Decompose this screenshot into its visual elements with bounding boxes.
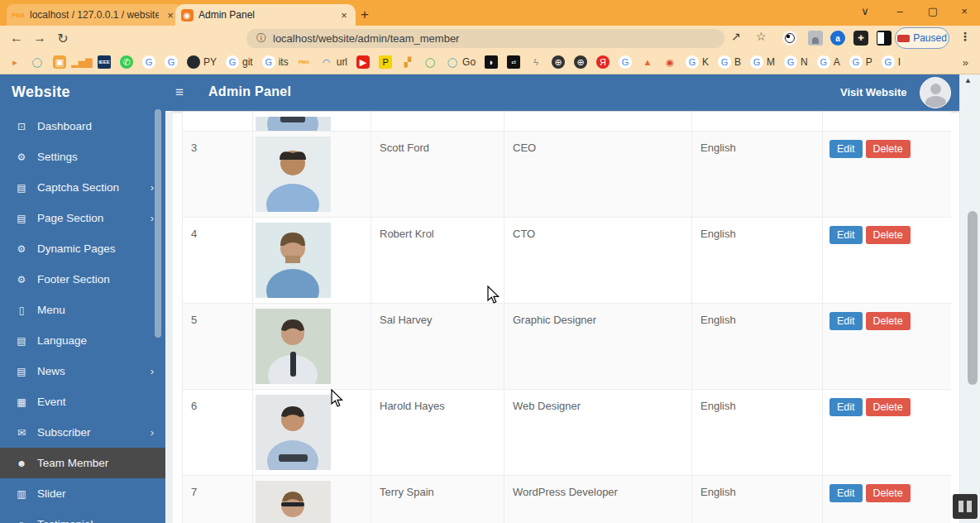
back-icon[interactable]: ← <box>5 31 28 46</box>
delete-button[interactable]: Delete <box>866 312 911 330</box>
wifi-icon: ◠ <box>320 55 333 69</box>
panda-extension-icon[interactable] <box>782 31 797 46</box>
forward-icon[interactable]: → <box>28 31 51 46</box>
a-extension-icon[interactable]: a <box>830 31 845 46</box>
sidebar-item-language[interactable]: ▤Language <box>0 325 165 356</box>
address-bar[interactable]: ⓘ localhost/website/admin/team_member <box>246 29 724 48</box>
sidebar-item-settings[interactable]: ⚙Settings <box>0 142 165 172</box>
reload-icon[interactable]: ↻ <box>51 31 74 46</box>
craigslist-icon[interactable]: cl <box>507 55 520 69</box>
youtube-icon[interactable]: ▶ <box>356 55 370 69</box>
movie-camera-icon[interactable]: ▞ <box>401 55 414 69</box>
pointer-icon[interactable]: ▸ <box>8 55 22 69</box>
sidebar-item-dashboard[interactable]: ⊡Dashboard <box>0 111 165 142</box>
comment-icon: ✉ <box>11 427 32 439</box>
delete-button[interactable]: Delete <box>866 226 911 244</box>
sidebar-scrollbar[interactable] <box>155 109 161 338</box>
edit-button[interactable]: Edit <box>829 226 863 244</box>
sidebar-item-dynamic-pages[interactable]: ⚙Dynamic Pages <box>0 233 165 264</box>
google-icon[interactable]: GP <box>849 55 872 69</box>
google-icon[interactable]: G <box>165 55 178 69</box>
tab-admin-panel[interactable]: ◉ Admin Panel × <box>175 4 356 26</box>
globe-icon[interactable]: ⊕ <box>574 55 587 69</box>
person-extension-icon[interactable] <box>808 31 823 46</box>
edit-button[interactable]: Edit <box>829 484 863 502</box>
sidebar-item-news[interactable]: ▤News› <box>0 356 165 386</box>
site-info-icon[interactable]: ⓘ <box>256 31 266 46</box>
profile-icon[interactable] <box>877 31 892 46</box>
globe-icon[interactable]: ⊕ <box>552 55 565 69</box>
sidebar-item-testimonial[interactable]: ☺Testimonial <box>0 509 165 523</box>
page-scrollbar-thumb[interactable] <box>968 211 978 385</box>
sidebar-item-page-section[interactable]: ▤Page Section› <box>0 203 165 233</box>
sidebar-item-menu[interactable]: ▯Menu <box>0 295 165 325</box>
phpmyadmin-icon[interactable]: PMA <box>298 55 311 69</box>
tab-phpmyadmin[interactable]: PMA localhost / 127.0.0.1 / website / t … <box>7 4 182 26</box>
google-icon[interactable]: G <box>142 55 155 69</box>
sidebar-item-team-member[interactable]: ☻Team Member <box>0 448 165 478</box>
sidebar-item-label: Dynamic Pages <box>37 242 116 255</box>
sidebar-item-label: Team Member <box>37 457 108 469</box>
user-avatar[interactable] <box>920 77 951 108</box>
wifi-icon[interactable]: ◠url <box>320 55 347 69</box>
bookmarks-overflow-icon[interactable]: » <box>963 56 968 69</box>
edit-button[interactable]: Edit <box>829 398 863 416</box>
google-icon[interactable]: GK <box>686 55 709 69</box>
browser-menu-kebab-icon[interactable]: ⋮ <box>959 30 971 43</box>
delete-button[interactable]: Delete <box>866 140 911 158</box>
scroll-up-arrow-icon[interactable]: ▲ <box>964 76 972 84</box>
godaddy-icon[interactable]: ◯Go <box>446 55 476 69</box>
google-icon[interactable]: Gits <box>262 55 289 69</box>
sidebar-item-event[interactable]: ▦Event <box>0 386 165 417</box>
google-icon[interactable]: GA <box>817 55 840 69</box>
edit-button[interactable]: Edit <box>829 312 863 330</box>
sidebar-item-slider[interactable]: ▥Slider <box>0 478 165 509</box>
window-chevron-icon[interactable]: ∨ <box>857 5 873 17</box>
matlab-icon[interactable]: ▲ <box>641 55 654 69</box>
bird-icon[interactable]: ◗ <box>485 55 498 69</box>
delete-button[interactable]: Delete <box>866 484 911 502</box>
pause-overlay-button[interactable] <box>953 494 978 519</box>
member-name: Sal Harvey <box>371 304 504 389</box>
extensions-puzzle-icon[interactable]: ✚ <box>853 31 868 46</box>
google-icon[interactable]: GI <box>882 55 901 69</box>
analytics-icon[interactable]: ▂▅▇ <box>75 55 88 69</box>
camera-icon[interactable]: ▣ <box>53 55 66 69</box>
swirl-icon: ◯ <box>31 55 44 69</box>
content-gutter <box>165 111 173 523</box>
yandex-icon[interactable]: Я <box>596 55 610 69</box>
bookmark-label: url <box>337 56 347 68</box>
share-icon[interactable]: ↗ <box>731 30 741 43</box>
google-icon[interactable]: GM <box>750 55 775 69</box>
sidebar-item-captcha-section[interactable]: ▤Captcha Section› <box>0 172 165 203</box>
paused-extension-button[interactable]: Paused <box>895 27 949 49</box>
hamburger-menu-icon[interactable]: ≡ <box>175 84 184 101</box>
p-icon[interactable]: P <box>379 55 392 69</box>
edit-button[interactable]: Edit <box>829 140 863 158</box>
window-restore-icon[interactable]: ▢ <box>925 5 941 17</box>
close-tab-icon[interactable]: × <box>337 9 351 22</box>
google-icon[interactable]: GB <box>718 55 741 69</box>
bookmark-label: K <box>702 56 709 68</box>
eye-icon[interactable]: ◉ <box>663 55 676 69</box>
ring-icon[interactable]: ◯ <box>423 55 437 69</box>
swirl-icon[interactable]: ◯ <box>31 55 44 69</box>
google-icon: G <box>784 55 797 69</box>
google-icon[interactable]: Ggit <box>226 55 253 69</box>
google-icon[interactable]: GN <box>784 55 808 69</box>
visit-website-link[interactable]: Visit Website <box>840 86 906 98</box>
google-icon[interactable]: G <box>619 55 632 69</box>
sidebar-item-subscriber[interactable]: ✉Subscriber› <box>0 417 165 448</box>
new-tab-button[interactable]: + <box>361 7 369 23</box>
github-icon[interactable]: PY <box>187 55 217 69</box>
window-minimize-icon[interactable]: – <box>892 5 908 17</box>
bookmark-star-icon[interactable]: ☆ <box>756 30 767 43</box>
whatsapp-icon[interactable]: ✆ <box>120 55 133 69</box>
sidebar-item-footer-section[interactable]: ⚙Footer Section <box>0 264 165 295</box>
bookmark-label: P <box>866 56 872 68</box>
google-icon: G <box>882 55 895 69</box>
delete-button[interactable]: Delete <box>866 398 911 416</box>
ieee-icon[interactable]: IEEE <box>98 55 111 69</box>
window-close-icon[interactable]: × <box>956 5 973 17</box>
figure-icon[interactable]: ϟ <box>529 55 543 69</box>
